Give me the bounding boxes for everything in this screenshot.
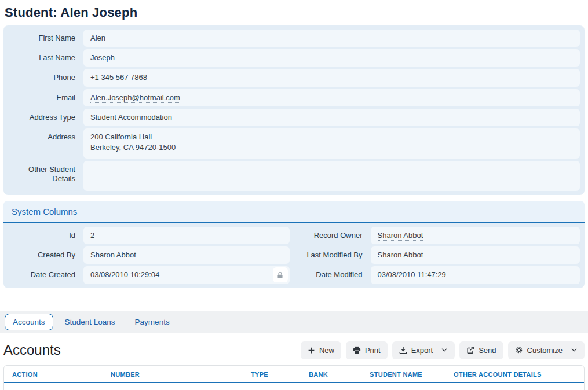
export-button-label: Export <box>411 346 433 355</box>
field-label: Other Student Details <box>3 161 75 184</box>
accounts-table: ACTION NUMBER TYPE BANK STUDENT NAME OTH… <box>3 365 585 390</box>
system-columns-header: System Columns <box>3 201 585 223</box>
field-row-email: Email Alen.Joseph@hotmail.com <box>3 88 585 108</box>
accounts-section-title: Accounts <box>3 342 61 358</box>
record-owner-link[interactable]: Sharon Abbot <box>378 231 423 241</box>
field-value <box>83 161 580 191</box>
column-header-number: NUMBER <box>111 366 251 382</box>
field-label: Record Owner <box>294 227 363 240</box>
field-value: Alen <box>83 30 580 47</box>
field-row-id: Id 2 <box>3 226 294 245</box>
date-created-value: 03/08/2010 10:29:04 <box>90 270 159 279</box>
related-tabs-bar: Accounts Student Loans Payments <box>0 311 588 333</box>
tab-payments[interactable]: Payments <box>127 314 178 330</box>
column-header-bank: BANK <box>309 366 370 382</box>
column-header-action: ACTION <box>12 366 111 382</box>
field-label: Address <box>3 128 75 142</box>
student-details-panel: First Name Alen Last Name Joseph Phone +… <box>3 25 585 195</box>
field-label: Email <box>3 89 75 102</box>
field-row-first-name: First Name Alen <box>3 28 585 48</box>
field-label: Last Modified By <box>294 246 363 260</box>
system-columns-right: Record Owner Sharon Abbot Last Modified … <box>294 226 585 285</box>
column-header-other-account-details: OTHER ACCOUNT DETAILS <box>454 366 584 382</box>
field-label: Created By <box>3 246 75 260</box>
system-columns-left: Id 2 Created By Sharon Abbot Date Create… <box>3 226 294 285</box>
address-line-1: 200 California Hall <box>90 132 573 142</box>
customize-button[interactable]: Customize <box>508 341 585 359</box>
gear-icon <box>515 346 523 354</box>
chevron-down-icon <box>571 347 578 354</box>
field-value: Sharon Abbot <box>83 246 290 264</box>
field-label: Date Modified <box>294 266 363 279</box>
field-row-last-modified-by: Last Modified By Sharon Abbot <box>294 245 585 265</box>
tab-student-loans[interactable]: Student Loans <box>57 314 123 330</box>
field-row-address-type: Address Type Student Accommodation <box>3 108 585 127</box>
field-row-record-owner: Record Owner Sharon Abbot <box>294 226 585 245</box>
accounts-toolbar: New Print Export Send Customize <box>301 341 585 359</box>
field-value: 03/08/2010 10:29:04 <box>83 266 290 284</box>
download-icon <box>399 346 407 354</box>
field-row-other-student-details: Other Student Details <box>3 160 585 192</box>
field-row-phone: Phone +1 345 567 7868 <box>3 68 585 87</box>
new-button[interactable]: New <box>301 341 341 359</box>
send-button-label: Send <box>479 346 496 355</box>
column-header-student-name: STUDENT NAME <box>370 366 454 382</box>
customize-button-label: Customize <box>527 346 563 355</box>
field-row-created-by: Created By Sharon Abbot <box>3 245 294 265</box>
field-value: Sharon Abbot <box>371 227 580 244</box>
plus-icon <box>308 347 315 354</box>
field-row-date-modified: Date Modified 03/08/2010 11:47:29 <box>294 265 585 285</box>
last-modified-by-link[interactable]: Sharon Abbot <box>378 251 423 260</box>
lock-icon <box>273 267 288 282</box>
field-label: First Name <box>3 30 75 43</box>
email-link[interactable]: Alen.Joseph@hotmail.com <box>90 93 180 103</box>
field-row-address: Address 200 California Hall Berkeley, CA… <box>3 127 585 160</box>
new-button-label: New <box>319 346 334 355</box>
field-value: 200 California Hall Berkeley, CA 94720-1… <box>83 128 580 159</box>
field-value: +1 345 567 7868 <box>83 69 580 86</box>
field-label: Date Created <box>3 266 75 279</box>
tab-accounts[interactable]: Accounts <box>5 314 53 330</box>
system-columns-panel: System Columns Id 2 Created By Sharon Ab… <box>3 201 585 288</box>
field-value: Alen.Joseph@hotmail.com <box>83 89 580 106</box>
field-value: 03/08/2010 11:47:29 <box>371 266 580 284</box>
print-button[interactable]: Print <box>346 341 388 359</box>
system-columns-body: Id 2 Created By Sharon Abbot Date Create… <box>3 223 585 288</box>
chevron-down-icon <box>441 347 448 354</box>
field-label: Address Type <box>3 109 75 122</box>
field-label: Phone <box>3 69 75 82</box>
field-label: Last Name <box>3 49 75 62</box>
share-icon <box>466 346 474 354</box>
printer-icon <box>353 346 361 354</box>
field-value: Sharon Abbot <box>371 246 580 264</box>
field-label: Id <box>3 227 75 240</box>
field-row-date-created: Date Created 03/08/2010 10:29:04 <box>3 265 294 285</box>
send-button[interactable]: Send <box>459 341 503 359</box>
export-button[interactable]: Export <box>392 341 455 359</box>
field-value: 2 <box>83 227 290 244</box>
print-button-label: Print <box>365 346 381 355</box>
table-row: View Edit Del ACC 234 567799 568 Current… <box>4 383 584 390</box>
accounts-table-header: ACTION NUMBER TYPE BANK STUDENT NAME OTH… <box>4 366 584 383</box>
field-row-last-name: Last Name Joseph <box>3 48 585 68</box>
created-by-link[interactable]: Sharon Abbot <box>90 251 136 260</box>
field-value: Joseph <box>83 49 580 67</box>
column-header-type: TYPE <box>251 366 309 382</box>
field-value: Student Accommodation <box>83 109 580 126</box>
page-title: Student: Alen Joseph <box>5 5 585 20</box>
address-line-2: Berkeley, CA 94720-1500 <box>90 142 573 153</box>
